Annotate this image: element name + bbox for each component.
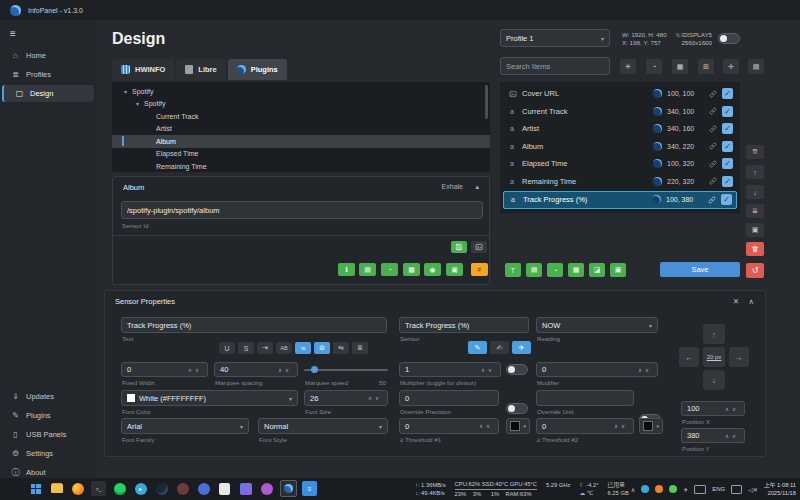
fixed-width-stepper[interactable]: 0 ∧∨ [121, 362, 208, 377]
position-y-stepper[interactable]: 380 ∧∨ [681, 428, 745, 443]
tree-expander-icon[interactable]: ▾ [136, 100, 139, 107]
clock-datetime[interactable]: 上午 1:08:11 2025/11/18 [764, 481, 796, 497]
add-clock-button[interactable]: ◔ [547, 263, 563, 277]
font-style-select[interactable]: Normal ▾ [258, 418, 388, 434]
multiplier-toggle[interactable] [506, 364, 528, 375]
sensor-id-input[interactable]: /spotify-plugin/spotify/album [121, 201, 483, 219]
sidebar-item-home[interactable]: ⌂ Home [0, 47, 107, 64]
override-precision-toggle[interactable] [506, 403, 528, 414]
list-item[interactable]: a Current Track 340, 100 ✓ [503, 103, 737, 121]
visible-checkbox[interactable]: ✓ [722, 106, 733, 117]
font-family-select[interactable]: Arial ▾ [121, 418, 249, 434]
tab-hwinfo[interactable]: HWiNFO [112, 59, 174, 80]
nudge-right-button[interactable]: → [729, 347, 749, 367]
modifier-stepper[interactable]: 0 ∧∨ [536, 362, 658, 377]
speaker-icon[interactable]: ◁✕ [748, 486, 758, 493]
collapse-label[interactable]: Exhale [442, 183, 463, 190]
sidebar-item-design[interactable]: ▢ Design [2, 85, 94, 102]
nudge-left-button[interactable]: ← [679, 347, 699, 367]
visible-checkbox[interactable]: ✓ [722, 88, 733, 99]
threshold2-input[interactable]: 0 ∧∨ [536, 418, 634, 434]
edit-sensor-button[interactable]: ✎ [468, 341, 487, 354]
export-tool-button[interactable]: ▤ [748, 59, 764, 74]
app9-button[interactable] [196, 481, 211, 496]
stepper-arrows-icon[interactable]: ∧∨ [725, 406, 739, 412]
visible-checkbox[interactable]: ✓ [722, 176, 733, 187]
list-item[interactable]: a Remaining Time 220, 320 ✓ [503, 173, 737, 191]
clock-tool-button[interactable]: ◔ [646, 59, 662, 74]
tree-row[interactable]: ▾ Spotify [112, 98, 490, 111]
add-gauge-button[interactable]: ◉ [424, 263, 441, 276]
tree-row[interactable]: Remaining Time [112, 160, 490, 172]
monitor-icon[interactable] [731, 485, 742, 494]
uppercase-button[interactable]: AB [276, 342, 292, 354]
lines-button[interactable]: ≣ [352, 342, 368, 354]
marquee-speed-slider[interactable] [304, 368, 388, 372]
move-tool-button[interactable]: ✛ [723, 59, 739, 74]
threshold2-color-picker[interactable]: ▾ [639, 418, 663, 434]
position-x-stepper[interactable]: 100 ∧∨ [681, 401, 745, 416]
threshold1-color-picker[interactable]: ▾ [506, 418, 530, 434]
align-center-button[interactable]: ≡ [295, 342, 311, 354]
app12-button[interactable] [259, 481, 274, 496]
sidebar-item-profiles[interactable]: ≣ Profiles [0, 66, 107, 83]
indent-button[interactable]: ⇥ [257, 342, 273, 354]
add-gauge-button[interactable]: ◪ [589, 263, 605, 277]
delete-button[interactable] [746, 242, 764, 256]
tray-expand-icon[interactable]: ∧ [631, 486, 635, 493]
add-text-button[interactable]: T [505, 263, 521, 277]
telegram-button[interactable]: ▸ [133, 481, 148, 496]
add-chart-button[interactable]: ▦ [403, 263, 420, 276]
list-item[interactable]: a Album 340, 220 ✓ [503, 138, 737, 156]
visible-checkbox[interactable]: ✓ [722, 141, 733, 152]
marquee-spacing-stepper[interactable]: 40 ∧∨ [214, 362, 298, 377]
display-toggle[interactable] [718, 33, 740, 44]
undo-button[interactable]: ↺ [746, 263, 764, 278]
add-info-button[interactable]: ℹ [338, 263, 355, 276]
snowflake-tool-button[interactable]: ✳ [620, 59, 636, 74]
hamburger-button[interactable]: ≡ [10, 28, 16, 39]
tab-libre[interactable]: Libre [176, 59, 225, 80]
strikethrough-button[interactable]: S [238, 342, 254, 354]
keyboard-icon[interactable] [694, 485, 706, 494]
add-grid-button[interactable]: ▦ [568, 263, 584, 277]
link-icon[interactable] [709, 160, 717, 168]
stepper-arrows-icon[interactable]: ∧∨ [278, 367, 292, 373]
sidebar-item-settings[interactable]: ⚙ Settings [0, 445, 107, 462]
add-image-button[interactable]: ▤ [526, 263, 542, 277]
sensor-input[interactable]: Track Progress (%) [399, 317, 529, 333]
grid-tool-button[interactable]: ▦ [672, 59, 688, 74]
link-icon[interactable] [709, 90, 717, 98]
add-table-button[interactable]: ▣ [610, 263, 626, 277]
taskbar-stats[interactable]: ↑: 1.36MB/s ↓: 49.4KB/s CPU:62% SSD:40°C… [415, 480, 629, 498]
image-mode-button[interactable] [471, 241, 487, 253]
app8-button[interactable] [175, 481, 190, 496]
list-item[interactable]: a Elapsed Time 100, 320 ✓ [503, 155, 737, 173]
nudge-up-button[interactable]: ↑ [703, 324, 725, 344]
send-sensor-button[interactable]: ✈ [512, 341, 531, 354]
wallpaper-app-button[interactable] [238, 481, 253, 496]
steam-button[interactable] [154, 481, 169, 496]
spotify-button[interactable] [112, 481, 127, 496]
add-image-button[interactable]: ▤ [359, 263, 376, 276]
visible-checkbox[interactable]: ✓ [721, 194, 732, 205]
stepper-arrows-icon[interactable]: ∧∨ [638, 367, 652, 373]
tree-expander-icon[interactable]: ▾ [124, 88, 127, 95]
list-item[interactable]: Cover URL 100, 100 ✓ [503, 85, 737, 103]
stepper-arrows-icon[interactable]: ∧∨ [188, 367, 202, 373]
override-precision-input[interactable]: 0 [399, 390, 499, 406]
tree-row-selected[interactable]: Album [112, 135, 490, 148]
start-button[interactable] [28, 481, 43, 496]
infopanel-taskbar-button[interactable] [280, 480, 297, 497]
list-item[interactable]: a Artist 340, 160 ✓ [503, 120, 737, 138]
visible-checkbox[interactable]: ✓ [722, 158, 733, 169]
tray-alert-icon[interactable] [655, 485, 663, 493]
underline-button[interactable]: U [219, 342, 235, 354]
tree-row[interactable]: Current Track [112, 110, 490, 123]
tree-row[interactable]: Artist [112, 123, 490, 136]
profile-select[interactable]: Profile 1 ▾ [500, 29, 610, 47]
swap-button[interactable]: ⇋ [333, 342, 349, 354]
link-icon[interactable] [709, 142, 717, 150]
stepper-arrows-icon[interactable]: ∧∨ [725, 433, 739, 439]
github-button[interactable] [217, 481, 232, 496]
